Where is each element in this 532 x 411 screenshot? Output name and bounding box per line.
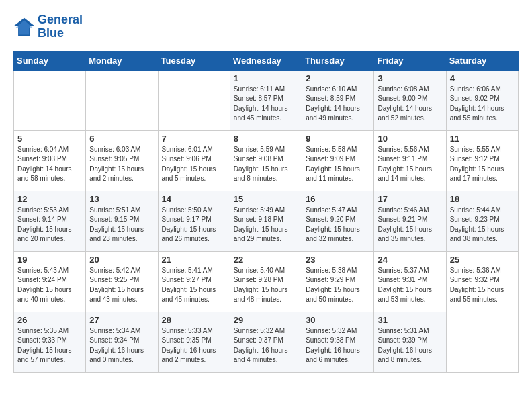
day-info: Sunrise: 5:59 AM Sunset: 9:08 PM Dayligh… bbox=[234, 145, 298, 184]
calendar-cell: 22Sunrise: 5:40 AM Sunset: 9:28 PM Dayli… bbox=[230, 251, 302, 312]
day-info: Sunrise: 5:41 AM Sunset: 9:27 PM Dayligh… bbox=[162, 266, 226, 305]
calendar-cell: 10Sunrise: 5:56 AM Sunset: 9:11 PM Dayli… bbox=[374, 130, 446, 191]
day-info: Sunrise: 5:42 AM Sunset: 9:25 PM Dayligh… bbox=[89, 266, 154, 305]
calendar-cell: 30Sunrise: 5:32 AM Sunset: 9:38 PM Dayli… bbox=[302, 312, 374, 372]
week-row-3: 12Sunrise: 5:53 AM Sunset: 9:14 PM Dayli… bbox=[14, 191, 519, 251]
calendar-cell: 21Sunrise: 5:41 AM Sunset: 9:27 PM Dayli… bbox=[158, 251, 230, 312]
calendar-cell: 17Sunrise: 5:46 AM Sunset: 9:21 PM Dayli… bbox=[374, 191, 446, 251]
day-number: 26 bbox=[17, 315, 82, 325]
calendar-cell: 7Sunrise: 6:01 AM Sunset: 9:06 PM Daylig… bbox=[158, 130, 230, 191]
week-row-5: 26Sunrise: 5:35 AM Sunset: 9:33 PM Dayli… bbox=[14, 312, 519, 372]
day-number: 15 bbox=[234, 194, 298, 204]
calendar-cell: 15Sunrise: 5:49 AM Sunset: 9:18 PM Dayli… bbox=[230, 191, 302, 251]
calendar-cell: 19Sunrise: 5:43 AM Sunset: 9:24 PM Dayli… bbox=[14, 251, 86, 312]
day-number: 30 bbox=[306, 315, 370, 325]
page-header: General Blue bbox=[13, 13, 519, 40]
calendar-cell: 18Sunrise: 5:44 AM Sunset: 9:23 PM Dayli… bbox=[446, 191, 518, 251]
day-number: 20 bbox=[89, 255, 154, 265]
calendar-cell: 8Sunrise: 5:59 AM Sunset: 9:08 PM Daylig… bbox=[230, 130, 302, 191]
calendar-cell: 26Sunrise: 5:35 AM Sunset: 9:33 PM Dayli… bbox=[14, 312, 86, 372]
calendar-cell bbox=[446, 312, 518, 372]
calendar-cell bbox=[158, 70, 230, 130]
day-info: Sunrise: 5:46 AM Sunset: 9:21 PM Dayligh… bbox=[378, 205, 442, 244]
day-info: Sunrise: 5:33 AM Sunset: 9:35 PM Dayligh… bbox=[162, 326, 226, 365]
day-info: Sunrise: 5:55 AM Sunset: 9:12 PM Dayligh… bbox=[450, 145, 515, 184]
day-header-sunday: Sunday bbox=[14, 51, 86, 70]
day-info: Sunrise: 5:40 AM Sunset: 9:28 PM Dayligh… bbox=[234, 266, 298, 305]
day-number: 13 bbox=[89, 194, 154, 204]
day-number: 9 bbox=[306, 134, 370, 144]
day-number: 10 bbox=[378, 134, 442, 144]
day-number: 19 bbox=[17, 255, 82, 265]
day-header-tuesday: Tuesday bbox=[158, 51, 230, 70]
day-info: Sunrise: 5:43 AM Sunset: 9:24 PM Dayligh… bbox=[17, 266, 82, 305]
day-info: Sunrise: 6:01 AM Sunset: 9:06 PM Dayligh… bbox=[162, 145, 226, 184]
calendar-cell: 12Sunrise: 5:53 AM Sunset: 9:14 PM Dayli… bbox=[14, 191, 86, 251]
day-header-friday: Friday bbox=[374, 51, 446, 70]
day-info: Sunrise: 5:37 AM Sunset: 9:31 PM Dayligh… bbox=[378, 266, 442, 305]
calendar-cell: 31Sunrise: 5:31 AM Sunset: 9:39 PM Dayli… bbox=[374, 312, 446, 372]
logo-text: General Blue bbox=[38, 13, 83, 40]
day-number: 14 bbox=[162, 194, 226, 204]
day-info: Sunrise: 5:35 AM Sunset: 9:33 PM Dayligh… bbox=[17, 326, 82, 365]
day-info: Sunrise: 5:38 AM Sunset: 9:29 PM Dayligh… bbox=[306, 266, 370, 305]
day-info: Sunrise: 5:53 AM Sunset: 9:14 PM Dayligh… bbox=[17, 205, 82, 244]
day-number: 29 bbox=[234, 315, 298, 325]
day-info: Sunrise: 6:03 AM Sunset: 9:05 PM Dayligh… bbox=[89, 145, 154, 184]
calendar-cell: 29Sunrise: 5:32 AM Sunset: 9:37 PM Dayli… bbox=[230, 312, 302, 372]
day-info: Sunrise: 6:10 AM Sunset: 8:59 PM Dayligh… bbox=[306, 85, 370, 124]
calendar-cell: 13Sunrise: 5:51 AM Sunset: 9:15 PM Dayli… bbox=[86, 191, 158, 251]
day-info: Sunrise: 6:11 AM Sunset: 8:57 PM Dayligh… bbox=[234, 85, 298, 124]
logo-icon bbox=[13, 17, 35, 36]
day-number: 8 bbox=[234, 134, 298, 144]
calendar-cell: 14Sunrise: 5:50 AM Sunset: 9:17 PM Dayli… bbox=[158, 191, 230, 251]
calendar-cell: 20Sunrise: 5:42 AM Sunset: 9:25 PM Dayli… bbox=[86, 251, 158, 312]
calendar-table: SundayMondayTuesdayWednesdayThursdayFrid… bbox=[13, 51, 519, 373]
logo: General Blue bbox=[13, 13, 83, 40]
day-number: 25 bbox=[450, 255, 515, 265]
day-info: Sunrise: 5:34 AM Sunset: 9:34 PM Dayligh… bbox=[89, 326, 154, 365]
day-number: 16 bbox=[306, 194, 370, 204]
calendar-cell: 4Sunrise: 6:06 AM Sunset: 9:02 PM Daylig… bbox=[446, 70, 518, 130]
calendar-cell: 2Sunrise: 6:10 AM Sunset: 8:59 PM Daylig… bbox=[302, 70, 374, 130]
day-info: Sunrise: 6:08 AM Sunset: 9:00 PM Dayligh… bbox=[378, 85, 442, 124]
calendar-cell bbox=[14, 70, 86, 130]
day-number: 28 bbox=[162, 315, 226, 325]
day-info: Sunrise: 5:36 AM Sunset: 9:32 PM Dayligh… bbox=[450, 266, 515, 305]
calendar-header-row: SundayMondayTuesdayWednesdayThursdayFrid… bbox=[14, 51, 519, 70]
day-info: Sunrise: 5:51 AM Sunset: 9:15 PM Dayligh… bbox=[89, 205, 154, 244]
calendar-cell: 28Sunrise: 5:33 AM Sunset: 9:35 PM Dayli… bbox=[158, 312, 230, 372]
day-header-monday: Monday bbox=[86, 51, 158, 70]
calendar-cell: 11Sunrise: 5:55 AM Sunset: 9:12 PM Dayli… bbox=[446, 130, 518, 191]
day-number: 11 bbox=[450, 134, 515, 144]
day-number: 31 bbox=[378, 315, 442, 325]
day-number: 21 bbox=[162, 255, 226, 265]
calendar-cell: 5Sunrise: 6:04 AM Sunset: 9:03 PM Daylig… bbox=[14, 130, 86, 191]
calendar-cell: 6Sunrise: 6:03 AM Sunset: 9:05 PM Daylig… bbox=[86, 130, 158, 191]
day-number: 27 bbox=[89, 315, 154, 325]
week-row-1: 1Sunrise: 6:11 AM Sunset: 8:57 PM Daylig… bbox=[14, 70, 519, 130]
day-number: 7 bbox=[162, 134, 226, 144]
day-number: 6 bbox=[89, 134, 154, 144]
day-number: 17 bbox=[378, 194, 442, 204]
calendar-cell bbox=[86, 70, 158, 130]
day-number: 2 bbox=[306, 73, 370, 83]
day-number: 22 bbox=[234, 255, 298, 265]
day-number: 24 bbox=[378, 255, 442, 265]
week-row-2: 5Sunrise: 6:04 AM Sunset: 9:03 PM Daylig… bbox=[14, 130, 519, 191]
day-info: Sunrise: 5:49 AM Sunset: 9:18 PM Dayligh… bbox=[234, 205, 298, 244]
day-info: Sunrise: 5:47 AM Sunset: 9:20 PM Dayligh… bbox=[306, 205, 370, 244]
day-header-thursday: Thursday bbox=[302, 51, 374, 70]
day-number: 3 bbox=[378, 73, 442, 83]
day-number: 18 bbox=[450, 194, 515, 204]
calendar-cell: 27Sunrise: 5:34 AM Sunset: 9:34 PM Dayli… bbox=[86, 312, 158, 372]
day-info: Sunrise: 5:50 AM Sunset: 9:17 PM Dayligh… bbox=[162, 205, 226, 244]
calendar-cell: 9Sunrise: 5:58 AM Sunset: 9:09 PM Daylig… bbox=[302, 130, 374, 191]
day-info: Sunrise: 5:31 AM Sunset: 9:39 PM Dayligh… bbox=[378, 326, 442, 365]
calendar-cell: 3Sunrise: 6:08 AM Sunset: 9:00 PM Daylig… bbox=[374, 70, 446, 130]
day-number: 4 bbox=[450, 73, 515, 83]
calendar-cell: 25Sunrise: 5:36 AM Sunset: 9:32 PM Dayli… bbox=[446, 251, 518, 312]
day-number: 12 bbox=[17, 194, 82, 204]
day-number: 5 bbox=[17, 134, 82, 144]
calendar-cell: 23Sunrise: 5:38 AM Sunset: 9:29 PM Dayli… bbox=[302, 251, 374, 312]
